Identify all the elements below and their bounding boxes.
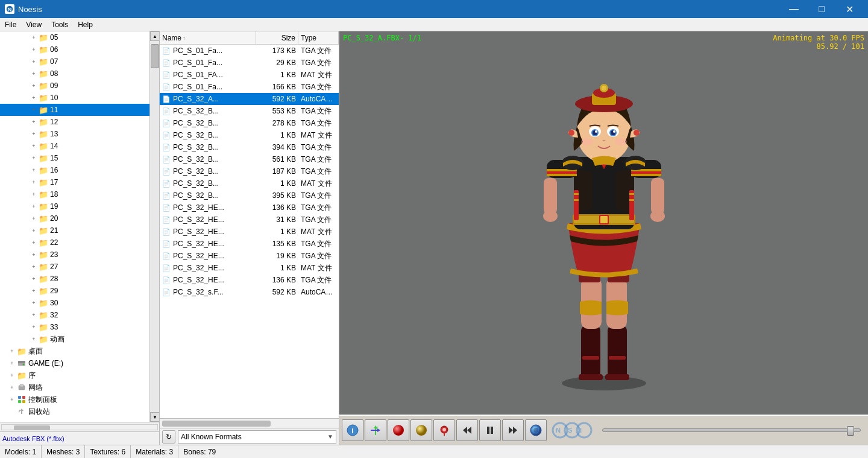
menu-view[interactable]: View (21, 18, 46, 31)
file-row[interactable]: 📄PC_S_32_s.F... 592 KB AutoCAD FBX... (160, 286, 339, 298)
menu-help[interactable]: Help (73, 18, 98, 31)
tree-item-donghua[interactable]: +📁动画 (0, 333, 149, 345)
tree-item-28[interactable]: +📁28 (0, 273, 149, 285)
scroll-track[interactable] (150, 41, 159, 412)
tree-expander[interactable]: + (29, 129, 39, 139)
tree-item-23[interactable]: +📁23 (0, 249, 149, 261)
tree-expander[interactable]: + (7, 346, 17, 356)
scroll-up-arrow[interactable]: ▲ (150, 31, 159, 41)
tree-item-05[interactable]: +📁05 (0, 31, 149, 43)
scroll-down-arrow[interactable]: ▼ (150, 412, 159, 422)
tree-expander[interactable]: + (29, 226, 39, 235)
pause-button[interactable] (479, 419, 501, 441)
tree-expander[interactable]: + (7, 383, 17, 392)
tree-item-10[interactable]: +📁10 (0, 92, 149, 104)
tree-expander[interactable]: + (29, 214, 39, 223)
file-row[interactable]: 📄PC_S_32_B... 1 KB MAT 文件 (160, 177, 339, 189)
tree-expander[interactable]: + (29, 286, 39, 296)
tree-item-08[interactable]: +📁08 (0, 68, 149, 80)
tree-expander[interactable]: + (7, 371, 17, 380)
tree-item-17[interactable]: +📁17 (0, 176, 149, 188)
file-row[interactable]: 📄PC_S_32_B... 1 KB MAT 文件 (160, 129, 339, 141)
col-size-header[interactable]: Size (256, 31, 298, 44)
tree-item-30[interactable]: +📁30 (0, 297, 149, 309)
tree-item-21[interactable]: +📁21 (0, 224, 149, 237)
tree-expander[interactable]: + (29, 105, 39, 115)
tree-expander[interactable]: + (29, 310, 39, 320)
tree-item-29[interactable]: +📁29 (0, 285, 149, 297)
close-button[interactable]: ✕ (835, 0, 863, 18)
tree-item-09[interactable]: +📁09 (0, 80, 149, 92)
tree-expander[interactable]: + (29, 322, 39, 332)
file-row[interactable]: 📄PC_S_32_HE... 19 KB TGA 文件 (160, 250, 339, 262)
tree-item-14[interactable]: +📁14 (0, 140, 149, 152)
tree-item-22[interactable]: +📁22 (0, 237, 149, 249)
tree-item-13[interactable]: +📁13 (0, 128, 149, 140)
tree-expander[interactable]: + (29, 274, 39, 284)
file-row[interactable]: 📄PC_S_32_B... 394 KB TGA 文件 (160, 141, 339, 153)
tree-item-20[interactable]: +📁20 (0, 212, 149, 224)
file-row[interactable]: 📄PC_S_32_HE... 135 KB TGA 文件 (160, 238, 339, 250)
timeline-slider[interactable] (602, 428, 861, 432)
tree-item-control[interactable]: +控制面板 (0, 393, 149, 406)
file-row[interactable]: 📄PC_S_01_Fa... 29 KB TGA 文件 (160, 57, 339, 69)
settings-button[interactable] (525, 419, 547, 441)
tree-item-ku[interactable]: +📁序 (0, 369, 149, 381)
tree-expander[interactable]: + (29, 189, 39, 199)
tree-item-18[interactable]: +📁18 (0, 188, 149, 200)
tree-expander[interactable]: + (29, 69, 39, 78)
col-name-header[interactable]: Name ↑ (160, 31, 256, 44)
tree-expander[interactable]: + (29, 238, 39, 247)
tree-item-desktop[interactable]: +📁桌面 (0, 345, 149, 357)
file-hscroll[interactable] (160, 418, 339, 428)
tree-item-wangluo[interactable]: +网络 (0, 381, 149, 393)
scroll-thumb[interactable] (151, 44, 159, 68)
tree-expander[interactable]: + (29, 141, 39, 151)
tree-expander[interactable]: + (29, 334, 39, 344)
file-row[interactable]: 📄PC_S_32_HE... 1 KB MAT 文件 (160, 226, 339, 238)
tree-item-game_e[interactable]: +GAME (E:) (0, 357, 149, 369)
next-frame-button[interactable] (502, 419, 524, 441)
tree-expander[interactable]: + (29, 117, 39, 127)
file-row[interactable]: 📄PC_S_01_Fa... 166 KB TGA 文件 (160, 81, 339, 93)
tree-expander[interactable]: + (29, 165, 39, 175)
shading-button[interactable] (410, 419, 432, 441)
file-row[interactable]: 📄PC_S_32_HE... 136 KB TGA 文件 (160, 202, 339, 214)
file-row[interactable]: 📄PC_S_32_B... 553 KB TGA 文件 (160, 105, 339, 117)
tree-expander[interactable]: + (29, 81, 39, 91)
tree-expander[interactable]: + (29, 202, 39, 211)
tree-item-16[interactable]: +📁16 (0, 164, 149, 176)
timeline-slider-container[interactable] (597, 428, 866, 432)
format-dropdown[interactable]: All Known Formats ▼ (178, 430, 336, 444)
tree-item-07[interactable]: +📁07 (0, 56, 149, 68)
tree-vscroll[interactable]: ▲ ▼ (149, 31, 159, 422)
menu-file[interactable]: File (0, 18, 21, 31)
axes-button[interactable]: Z (365, 419, 386, 441)
tree-item-15[interactable]: +📁15 (0, 152, 149, 164)
tree-expander[interactable]: + (29, 298, 39, 308)
file-row[interactable]: 📄PC_S_01_Fa... 173 KB TGA 文件 (160, 45, 339, 57)
char-display[interactable] (339, 31, 868, 415)
file-list[interactable]: 📄PC_S_01_Fa... 173 KB TGA 文件 📄PC_S_01_Fa… (160, 45, 339, 418)
col-type-header[interactable]: Type (298, 31, 339, 44)
minimize-button[interactable]: — (780, 0, 808, 18)
maximize-button[interactable]: □ (808, 0, 835, 18)
refresh-button[interactable]: ↻ (162, 430, 175, 444)
render-mode-button[interactable] (388, 419, 409, 441)
file-row[interactable]: 📄PC_S_32_HE... 1 KB MAT 文件 (160, 262, 339, 274)
tree-expander[interactable]: + (29, 33, 39, 42)
file-row[interactable]: 📄PC_S_32_HE... 136 KB TGA 文件 (160, 274, 339, 286)
tree-expander[interactable]: + (29, 250, 39, 259)
file-row[interactable]: 📄PC_S_32_B... 187 KB TGA 文件 (160, 165, 339, 177)
tree-expander[interactable]: + (7, 358, 17, 368)
prev-frame-button[interactable] (456, 419, 478, 441)
tree-hscroll[interactable] (0, 422, 159, 431)
menu-tools[interactable]: Tools (46, 18, 73, 31)
tree-item-06[interactable]: +📁06 (0, 43, 149, 56)
file-row[interactable]: 📄PC_S_32_B... 395 KB TGA 文件 (160, 189, 339, 202)
tree-item-19[interactable]: +📁19 (0, 200, 149, 212)
tree-expander[interactable]: + (29, 153, 39, 163)
tree-item-11[interactable]: +📁11 (0, 104, 149, 116)
info-button[interactable]: i (342, 419, 363, 441)
tree-item-32[interactable]: +📁32 (0, 309, 149, 321)
